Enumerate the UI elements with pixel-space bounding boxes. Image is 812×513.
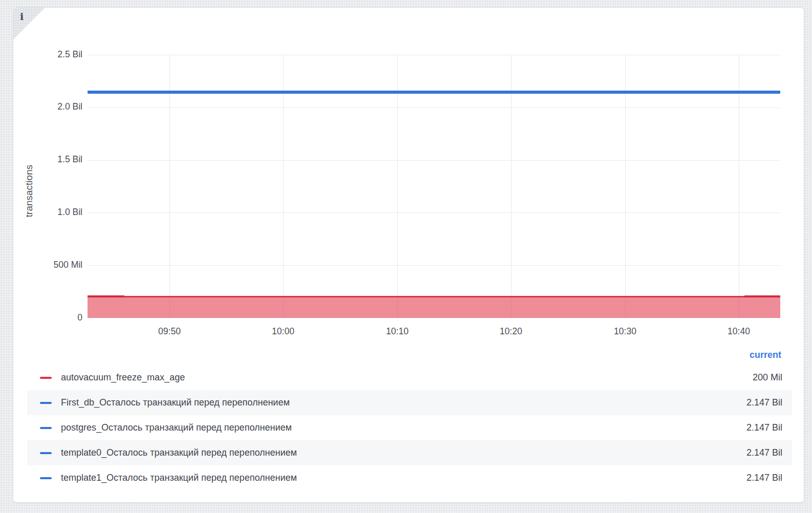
h-gridline [88, 108, 780, 108]
v-gridline [283, 55, 284, 318]
legend-label[interactable]: template1_Осталось транзакций перед пере… [61, 473, 297, 483]
legend-label[interactable]: autovacuum_freeze_max_age [61, 372, 185, 383]
series-line-autovacuum-freeze-max-age [88, 296, 780, 297]
legend-current-value: 2.147 Bil [746, 397, 782, 408]
legend-current-value: 2.147 Bil [746, 473, 782, 483]
y-tick-label: 2.5 Bil [13, 48, 82, 60]
v-gridline [169, 55, 170, 318]
legend-current-value: 200 Mil [753, 372, 782, 383]
x-tick-label: 10:00 [258, 325, 309, 337]
legend-sort-current[interactable]: current [750, 348, 781, 361]
legend-current-value: 2.147 Bil [746, 447, 782, 458]
series-color-dash-icon[interactable] [40, 377, 52, 379]
y-tick-label: 1.0 Bil [13, 206, 82, 218]
legend-row-postgres[interactable]: postgres_Осталось транзакций перед переп… [27, 415, 792, 440]
legend-label[interactable]: template0_Осталось транзакций перед пере… [61, 447, 297, 458]
series-line-transactions-before-wraparound [88, 91, 780, 94]
series-color-dash-icon[interactable] [40, 477, 52, 479]
legend-row-autovacuum-freeze-max-age[interactable]: autovacuum_freeze_max_age 200 Mil [27, 365, 792, 390]
plot-area[interactable] [88, 55, 780, 318]
legend-label[interactable]: First_db_Осталось транзакций перед переп… [61, 397, 290, 408]
x-tick-label: 10:30 [600, 325, 651, 337]
h-gridline [88, 265, 780, 266]
graph-panel: i transactions 0 500 Mil 1.0 Bil 1.5 Bil… [13, 7, 804, 503]
panel-info-corner[interactable]: i [13, 8, 45, 39]
y-tick-label: 1.5 Bil [13, 153, 82, 165]
x-tick-label: 10:40 [713, 325, 764, 337]
info-icon: i [20, 11, 24, 22]
legend-label[interactable]: postgres_Осталось транзакций перед переп… [61, 422, 292, 433]
legend-row-template1[interactable]: template1_Осталось транзакций перед пере… [27, 465, 792, 490]
h-gridline [88, 212, 780, 213]
series-line-autovacuum-segment-start [88, 295, 124, 297]
y-tick-label: 500 Mil [13, 259, 82, 271]
x-tick-label: 09:50 [144, 325, 195, 337]
series-line-autovacuum-segment-end [744, 295, 780, 297]
y-tick-label: 0 [13, 311, 82, 324]
series-color-dash-icon[interactable] [40, 402, 52, 404]
legend-row-template0[interactable]: template0_Осталось транзакций перед пере… [27, 440, 792, 465]
v-gridline [625, 55, 626, 318]
legend-current-value: 2.147 Bil [746, 422, 782, 433]
x-tick-label: 10:10 [372, 325, 423, 337]
series-color-dash-icon[interactable] [40, 452, 52, 454]
h-gridline [88, 55, 780, 55]
v-gridline [739, 55, 739, 318]
y-tick-label: 2.0 Bil [13, 100, 82, 113]
v-gridline [397, 55, 398, 318]
series-color-dash-icon[interactable] [40, 427, 52, 429]
legend-row-first-db[interactable]: First_db_Осталось транзакций перед переп… [27, 390, 792, 415]
v-gridline [511, 55, 511, 318]
x-tick-label: 10:20 [485, 325, 537, 337]
series-fill-autovacuum-freeze-max-age [88, 297, 780, 318]
page: { "panel": { "info_icon": "i" }, "colors… [0, 0, 812, 513]
h-gridline [88, 160, 780, 161]
legend: autovacuum_freeze_max_age 200 Mil First_… [27, 365, 792, 490]
